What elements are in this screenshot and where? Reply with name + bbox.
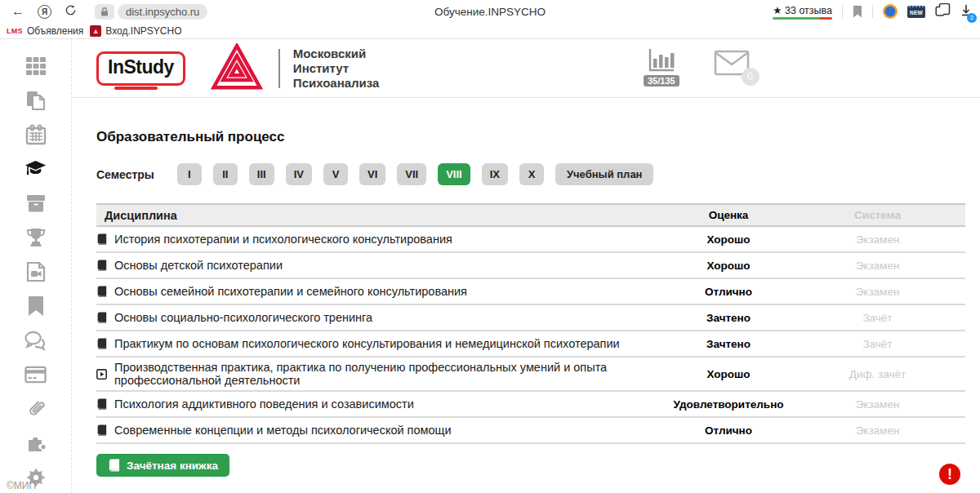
sidebar: ©МИП xyxy=(0,39,72,493)
extension-browser-icon[interactable] xyxy=(883,4,898,19)
browser-home-icon[interactable]: Я xyxy=(38,5,51,19)
calendar-icon[interactable] xyxy=(24,123,47,145)
archive-box-icon[interactable] xyxy=(24,192,47,214)
bookmarks-bar: LMS Объявления ▲ Вход.INPSYCHO xyxy=(0,23,980,39)
progress-badge: 35/135 xyxy=(644,75,679,87)
semester-button-1[interactable]: I xyxy=(177,163,202,185)
grade-value: Хорошо xyxy=(667,260,790,272)
logo-divider xyxy=(278,49,280,88)
system-value: Диф. зачёт xyxy=(790,368,965,380)
divider xyxy=(872,5,873,18)
system-value: Экзамен xyxy=(790,424,965,437)
paperclip-icon[interactable] xyxy=(24,398,47,420)
semester-button-2[interactable]: II xyxy=(213,163,238,185)
grade-value: Хорошо xyxy=(667,233,790,246)
instudy-logo[interactable]: InStudy xyxy=(96,51,185,86)
refresh-icon[interactable] xyxy=(65,4,77,20)
grade-value: Хорошо xyxy=(667,368,790,380)
book-icon xyxy=(96,424,107,436)
system-value: Зачёт xyxy=(790,338,965,350)
semester-button-8-selected[interactable]: VIII xyxy=(438,163,470,185)
book-icon xyxy=(96,338,107,349)
main-area: InStudy Московский Институт Психоанализа… xyxy=(72,39,980,493)
semester-button-6[interactable]: VI xyxy=(359,163,385,185)
table-row[interactable]: Современные концепции и методы психологи… xyxy=(96,418,965,444)
browser-toolbar: ← Я dist.inpsycho.ru Обучение.INPSYCHO ★… xyxy=(0,0,980,23)
graduation-cap-icon[interactable] xyxy=(24,158,47,180)
address-bar[interactable]: dist.inpsycho.ru xyxy=(95,4,207,20)
grid-icon[interactable] xyxy=(24,55,47,77)
book-icon xyxy=(96,398,107,410)
reviews-rating[interactable]: ★ 33 отзыва xyxy=(773,4,832,20)
grade-value: Зачтено xyxy=(667,312,790,324)
system-value: Экзамен xyxy=(790,398,965,411)
bookmark-icon[interactable] xyxy=(24,295,47,317)
semester-button-5[interactable]: V xyxy=(323,163,348,185)
page-title: Образовательный процесс xyxy=(96,129,965,145)
mail-badge: 0 xyxy=(742,68,760,86)
grades-table: Дисциплина Оценка Система История психот… xyxy=(96,203,965,444)
table-row[interactable]: Основы социально-психологического тренин… xyxy=(96,305,965,331)
downloads-badge: 2 xyxy=(967,13,977,23)
grade-value: Зачтено xyxy=(667,338,790,350)
table-row[interactable]: Производственная практика, практика по п… xyxy=(96,358,965,392)
video-file-icon[interactable] xyxy=(24,260,47,282)
play-icon xyxy=(96,369,107,380)
card-icon[interactable] xyxy=(24,363,47,385)
triangle-favicon: ▲ xyxy=(90,25,101,37)
system-value: Экзамен xyxy=(790,260,965,272)
grade-value: Удовлетворительно xyxy=(667,398,790,411)
alert-notification-icon[interactable]: ! xyxy=(939,464,960,485)
semester-button-4[interactable]: IV xyxy=(286,163,312,185)
institute-name: Московский Институт Психоанализа xyxy=(293,47,380,91)
divider xyxy=(842,5,843,18)
bar-chart-icon xyxy=(648,47,675,73)
bookmark-item-inpsycho[interactable]: ▲ Вход.INPSYCHO xyxy=(90,25,181,37)
documents-icon[interactable] xyxy=(24,89,47,111)
app-header: InStudy Московский Институт Психоанализа… xyxy=(72,39,980,98)
semester-button-9[interactable]: IX xyxy=(482,163,508,185)
lock-icon xyxy=(95,4,114,20)
record-book-button[interactable]: Зачётная книжка xyxy=(96,454,229,477)
reviews-rating-bar xyxy=(773,17,832,20)
table-row[interactable]: История психотерапии и психологического … xyxy=(96,227,965,253)
collections-icon[interactable] xyxy=(935,3,951,20)
table-row[interactable]: Психология аддиктивного поведения и соза… xyxy=(96,392,965,418)
back-icon[interactable]: ← xyxy=(11,5,24,18)
table-row[interactable]: Основы детской психотерапии Хорошо Экзам… xyxy=(96,253,965,279)
semester-button-10[interactable]: X xyxy=(519,163,544,185)
bookmark-item-lms[interactable]: LMS Объявления xyxy=(7,25,83,37)
table-row[interactable]: Основы семейной психотерапии и семейного… xyxy=(96,279,965,305)
trophy-icon[interactable] xyxy=(24,226,47,248)
mail-icon[interactable]: 0 xyxy=(714,50,750,79)
book-icon xyxy=(96,312,107,323)
book-icon xyxy=(108,459,120,472)
book-icon xyxy=(96,286,107,297)
table-header: Дисциплина Оценка Система xyxy=(96,203,965,227)
study-plan-button[interactable]: Учебный план xyxy=(555,163,653,185)
puzzle-icon[interactable] xyxy=(24,432,47,454)
downloads-icon[interactable]: 2 xyxy=(960,4,972,20)
semester-button-7[interactable]: VII xyxy=(397,163,426,185)
progress-stats[interactable]: 35/135 xyxy=(644,47,679,87)
lms-favicon: LMS xyxy=(7,27,23,35)
semester-button-3[interactable]: III xyxy=(249,163,274,185)
table-row[interactable]: Практикум по основам психологического ко… xyxy=(96,331,965,358)
book-icon xyxy=(96,233,107,245)
url-text[interactable]: dist.inpsycho.ru xyxy=(118,4,207,20)
grade-value: Отлично xyxy=(667,286,790,298)
bookmark-flag-icon[interactable] xyxy=(853,6,862,18)
semesters-label: Семестры xyxy=(96,168,154,181)
mip-copyright: ©МИП xyxy=(7,480,36,491)
new-extension-icon[interactable]: NEW xyxy=(907,6,925,18)
institute-triangle-logo xyxy=(210,43,264,94)
system-value: Экзамен xyxy=(790,286,965,298)
system-value: Зачёт xyxy=(790,312,965,324)
semester-selector: Семестры I II III IV V VI VII VIII IX X … xyxy=(96,163,965,185)
book-icon xyxy=(96,260,107,271)
system-value: Экзамен xyxy=(790,233,965,246)
chat-icon[interactable] xyxy=(24,329,47,351)
grade-value: Отлично xyxy=(667,424,790,437)
